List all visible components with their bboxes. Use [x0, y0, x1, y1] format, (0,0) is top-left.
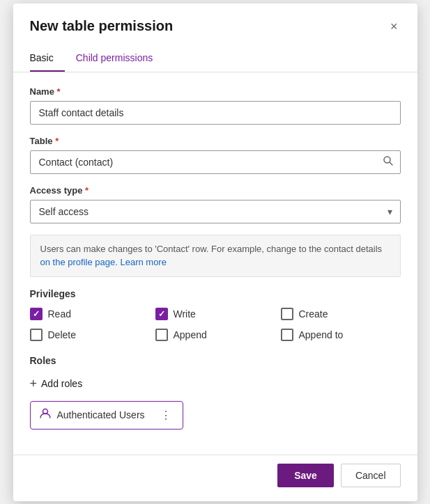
table-label: Table * — [30, 136, 401, 146]
name-field-group: Name * — [30, 86, 401, 125]
new-table-permission-dialog: New table permission × Basic Child permi… — [13, 3, 417, 501]
close-button[interactable]: × — [387, 17, 401, 36]
append-to-label: Append to — [299, 329, 344, 340]
dialog-header: New table permission × — [13, 3, 417, 47]
tabs-container: Basic Child permissions — [13, 47, 417, 72]
privilege-delete[interactable]: Delete — [30, 329, 150, 341]
privilege-append[interactable]: Append — [155, 329, 275, 341]
delete-checkbox[interactable] — [30, 329, 43, 341]
table-field-group: Table * — [30, 136, 401, 174]
write-label: Write — [174, 308, 196, 320]
privilege-write[interactable]: Write — [155, 308, 275, 320]
name-input[interactable] — [30, 101, 401, 125]
privilege-read[interactable]: Read — [30, 308, 150, 320]
table-required-star: * — [55, 136, 59, 146]
svg-line-1 — [390, 162, 392, 165]
delete-label: Delete — [48, 329, 76, 340]
create-label: Create — [299, 308, 328, 320]
name-required-star: * — [57, 86, 61, 97]
add-plus-icon: + — [30, 377, 38, 390]
cancel-button[interactable]: Cancel — [341, 464, 401, 487]
dialog-body: Name * Table * Access type * — [13, 72, 417, 455]
save-button[interactable]: Save — [277, 464, 334, 487]
read-checkbox[interactable] — [30, 308, 43, 320]
role-tag-authenticated-users: Authenticated Users ⋮ — [30, 401, 183, 430]
info-text: Users can make changes to 'Contact' row.… — [40, 244, 383, 254]
info-link-learn-more[interactable]: Learn more — [120, 257, 166, 267]
access-type-select-wrap: Self access Global access Deep access Lo… — [30, 200, 401, 223]
tab-child-permissions[interactable]: Child permissions — [76, 47, 164, 72]
role-tag-left: Authenticated Users — [39, 407, 145, 423]
access-type-required-star: * — [85, 185, 89, 196]
name-label: Name * — [30, 86, 401, 97]
table-search-icon[interactable] — [383, 155, 394, 169]
roles-title: Roles — [30, 355, 401, 366]
role-name: Authenticated Users — [57, 409, 145, 420]
append-checkbox[interactable] — [155, 329, 168, 341]
tab-basic[interactable]: Basic — [30, 47, 65, 72]
add-roles-button[interactable]: + Add roles — [30, 375, 83, 393]
access-type-label: Access type * — [30, 185, 401, 196]
dialog-footer: Save Cancel — [13, 455, 417, 501]
role-user-icon — [39, 407, 52, 423]
append-label: Append — [174, 329, 207, 340]
privileges-grid: Read Write Create Delete Append — [30, 308, 401, 341]
privilege-append-to[interactable]: Append to — [281, 329, 401, 341]
info-box: Users can make changes to 'Contact' row.… — [30, 235, 401, 277]
table-input[interactable] — [30, 150, 401, 174]
privilege-create[interactable]: Create — [281, 308, 401, 320]
create-checkbox[interactable] — [281, 308, 293, 320]
role-menu-button[interactable]: ⋮ — [158, 407, 174, 423]
svg-point-0 — [384, 157, 390, 163]
table-input-wrap — [30, 150, 401, 174]
roles-section: Roles + Add roles Authenticated Users ⋮ — [30, 355, 401, 430]
dialog-title: New table permission — [30, 18, 174, 34]
write-checkbox[interactable] — [155, 308, 168, 320]
access-type-field-group: Access type * Self access Global access … — [30, 185, 401, 223]
privileges-section: Privileges Read Write Create Delete — [30, 288, 401, 341]
info-link-profile[interactable]: on the profile page. — [40, 257, 118, 267]
access-type-select[interactable]: Self access Global access Deep access Lo… — [30, 200, 401, 223]
add-roles-label: Add roles — [41, 378, 82, 389]
privileges-title: Privileges — [30, 288, 401, 299]
read-label: Read — [48, 308, 71, 320]
append-to-checkbox[interactable] — [281, 329, 293, 341]
